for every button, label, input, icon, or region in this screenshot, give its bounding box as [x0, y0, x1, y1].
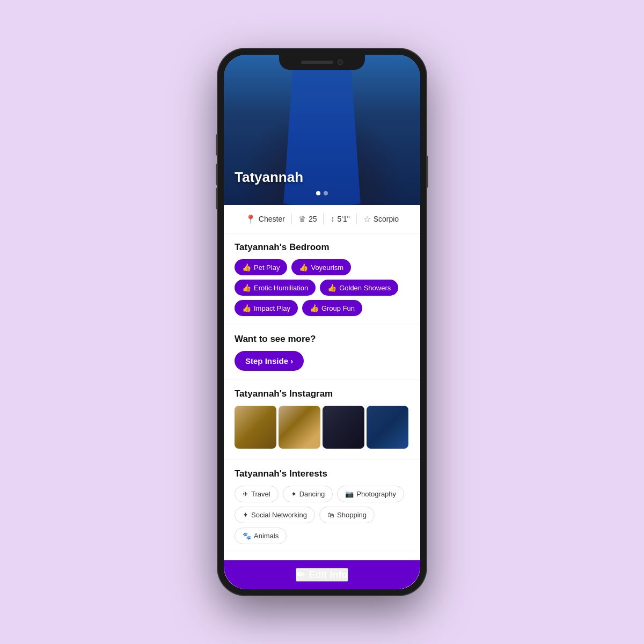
interest-dancing[interactable]: ✦Dancing: [283, 486, 333, 502]
bedroom-title: Tatyannah's Bedroom: [235, 242, 409, 253]
dot-2: [324, 191, 328, 195]
instagram-title: Tatyannah's Instagram: [235, 389, 409, 399]
interests-title: Tatyannah's Interests: [235, 469, 409, 479]
star-icon: ☆: [363, 214, 371, 224]
tag-group-fun[interactable]: 👍Group Fun: [302, 300, 362, 316]
dot-1: [316, 191, 320, 195]
stats-row: 📍 Chester ♛ 25 ↕ 5'1" ☆: [224, 205, 420, 233]
edit-icon: ✏: [297, 569, 305, 581]
stat-height: ↕ 5'1": [330, 214, 349, 224]
bedroom-tags: 👍Pet Play 👍Voyeurism 👍Erotic Humiliation…: [235, 259, 409, 316]
page-background: Tatyannah 📍 Chester ♛ 25: [0, 0, 644, 644]
interest-travel[interactable]: ✈Travel: [235, 486, 279, 502]
phone-outer: Tatyannah 📍 Chester ♛ 25: [217, 48, 427, 596]
profile-content[interactable]: 📍 Chester ♛ 25 ↕ 5'1" ☆: [224, 205, 420, 589]
insta-photo-1[interactable]: [235, 406, 276, 449]
dots-indicator: [316, 191, 328, 195]
notch-camera: [338, 60, 343, 65]
step-inside-button[interactable]: Step Inside ›: [235, 351, 304, 371]
interests-tags: ✈Travel ✦Dancing 📷Photography ✦Social Ne…: [235, 486, 409, 544]
insta-photo-3[interactable]: [323, 406, 364, 449]
bottom-bar: ✏ Edit Info: [224, 560, 420, 589]
instagram-grid: [235, 406, 409, 451]
bedroom-section: Tatyannah's Bedroom 👍Pet Play 👍Voyeurism…: [224, 233, 420, 325]
hero-image: Tatyannah: [224, 55, 420, 205]
location-value: Chester: [259, 215, 285, 223]
tag-impact-play[interactable]: 👍Impact Play: [235, 300, 298, 316]
phone-notch: [279, 55, 365, 70]
stat-starsign: ☆ Scorpio: [363, 214, 399, 224]
interest-shopping[interactable]: 🛍Shopping: [319, 507, 375, 523]
tag-golden-showers[interactable]: 👍Golden Showers: [320, 280, 398, 296]
instagram-section: Tatyannah's Instagram: [224, 380, 420, 460]
interest-photography[interactable]: 📷Photography: [337, 486, 404, 502]
tag-voyeurism[interactable]: 👍Voyeurism: [291, 259, 351, 275]
stat-location: 📍 Chester: [245, 214, 285, 224]
phone-inner: Tatyannah 📍 Chester ♛ 25: [224, 55, 420, 589]
insta-photo-4[interactable]: [367, 406, 408, 449]
age-value: 25: [309, 215, 317, 223]
starsign-value: Scorpio: [374, 215, 399, 223]
edit-info-button[interactable]: ✏ Edit Info: [296, 568, 349, 582]
interest-animals[interactable]: 🐾Animals: [235, 528, 287, 544]
height-value: 5'1": [337, 215, 349, 223]
location-icon: 📍: [245, 214, 256, 224]
height-icon: ↕: [330, 214, 334, 224]
edit-info-label: Edit Info: [309, 569, 348, 581]
tag-erotic-humiliation[interactable]: 👍Erotic Humiliation: [235, 280, 316, 296]
insta-photo-2[interactable]: [279, 406, 320, 449]
user-name-overlay: Tatyannah: [235, 169, 303, 186]
want-more-section: Want to see more? Step Inside ›: [224, 325, 420, 380]
tag-pet-play[interactable]: 👍Pet Play: [235, 259, 287, 275]
stat-age: ♛ 25: [298, 214, 317, 224]
notch-speaker: [301, 61, 333, 64]
interest-social-networking[interactable]: ✦Social Networking: [235, 507, 315, 523]
crown-icon: ♛: [298, 214, 306, 224]
interests-section: Tatyannah's Interests ✈Travel ✦Dancing 📷…: [224, 460, 420, 553]
want-more-title: Want to see more?: [235, 334, 409, 345]
